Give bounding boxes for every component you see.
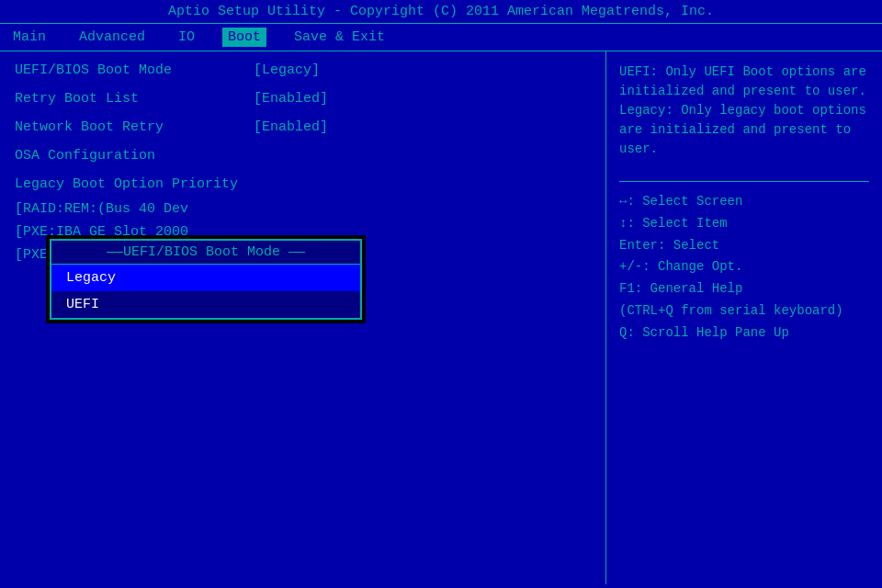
title-text: Aptio Setup Utility - Copyright (C) 2011… — [168, 4, 714, 19]
popup-option-uefi[interactable]: UEFI — [51, 291, 360, 318]
key-select-screen: ↔: Select Screen — [619, 191, 869, 213]
key-change-opt: +/-: Change Opt. — [619, 256, 869, 278]
key-select-item: ↕: Select Item — [619, 213, 869, 235]
left-panel: UEFI/BIOS Boot Mode [Legacy] Retry Boot … — [0, 51, 606, 584]
setting-value-uefi: [Legacy] — [254, 62, 320, 78]
boot-priority-title: Legacy Boot Option Priority — [15, 176, 591, 192]
popup-overlay: UEFI/BIOS Boot Mode Legacy UEFI — [46, 235, 366, 323]
popup-box: UEFI/BIOS Boot Mode Legacy UEFI — [50, 239, 362, 320]
divider — [619, 181, 869, 182]
key-q-scroll: Q: Scroll Help Pane Up — [619, 322, 869, 345]
popup-title: UEFI/BIOS Boot Mode — [51, 241, 360, 265]
menu-bar: Main Advanced IO Boot Save & Exit — [0, 24, 882, 51]
setting-retry-boot[interactable]: Retry Boot List [Enabled] — [15, 91, 591, 107]
menu-save-exit[interactable]: Save & Exit — [288, 28, 390, 47]
setting-label-uefi: UEFI/BIOS Boot Mode — [15, 62, 254, 78]
popup-shadow: UEFI/BIOS Boot Mode Legacy UEFI — [46, 235, 366, 323]
setting-value-retry: [Enabled] — [254, 91, 328, 107]
key-enter: Enter: Select — [619, 235, 869, 257]
setting-label-network: Network Boot Retry — [15, 119, 254, 135]
menu-advanced[interactable]: Advanced — [74, 28, 151, 47]
right-panel: UEFI: Only UEFI Boot options are initial… — [606, 51, 882, 584]
main-layout: UEFI/BIOS Boot Mode [Legacy] Retry Boot … — [0, 51, 882, 584]
key-f1: F1: General Help — [619, 278, 869, 300]
key-help: ↔: Select Screen ↕: Select Item Enter: S… — [619, 191, 869, 345]
key-ctrl-q: (CTRL+Q from serial keyboard) — [619, 300, 869, 322]
setting-network-boot-retry[interactable]: Network Boot Retry [Enabled] — [15, 119, 591, 135]
setting-osa[interactable]: OSA Configuration — [15, 148, 591, 164]
setting-label-retry: Retry Boot List — [15, 91, 254, 107]
popup-option-legacy[interactable]: Legacy — [51, 265, 360, 291]
setting-label-osa: OSA Configuration — [15, 148, 254, 164]
setting-uefi-bios-boot-mode[interactable]: UEFI/BIOS Boot Mode [Legacy] — [15, 62, 591, 78]
menu-main[interactable]: Main — [7, 28, 51, 47]
setting-value-network: [Enabled] — [254, 119, 328, 135]
boot-option-0[interactable]: [RAID:REM:(Bus 40 Dev — [15, 201, 591, 217]
title-bar: Aptio Setup Utility - Copyright (C) 2011… — [0, 0, 882, 24]
help-description: UEFI: Only UEFI Boot options are initial… — [619, 62, 869, 159]
menu-boot[interactable]: Boot — [222, 28, 266, 47]
menu-io[interactable]: IO — [173, 28, 200, 47]
